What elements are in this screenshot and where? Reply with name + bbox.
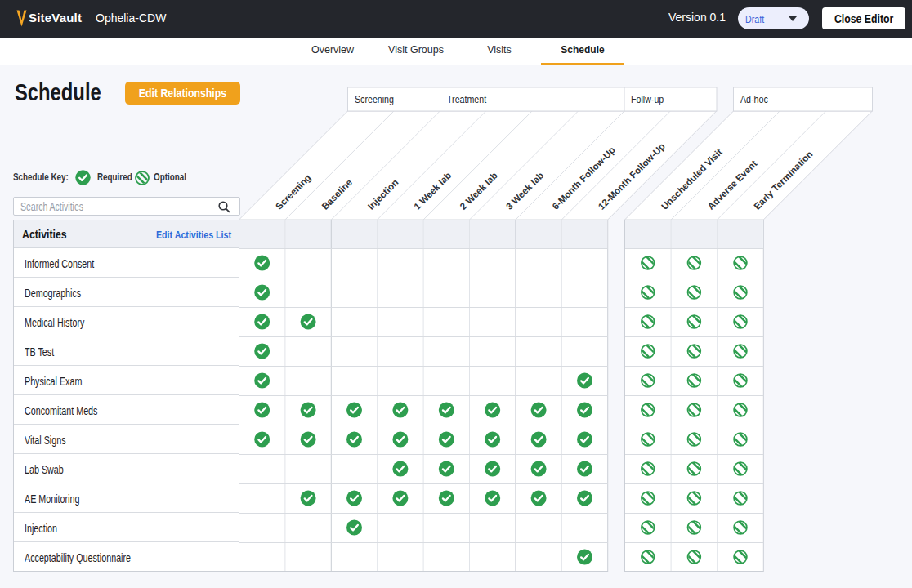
- svg-text:Screening: Screening: [355, 93, 394, 105]
- svg-text:Follw-up: Follw-up: [631, 93, 664, 105]
- svg-text:Ad-hoc: Ad-hoc: [740, 93, 768, 105]
- svg-text:Treatment: Treatment: [447, 93, 487, 105]
